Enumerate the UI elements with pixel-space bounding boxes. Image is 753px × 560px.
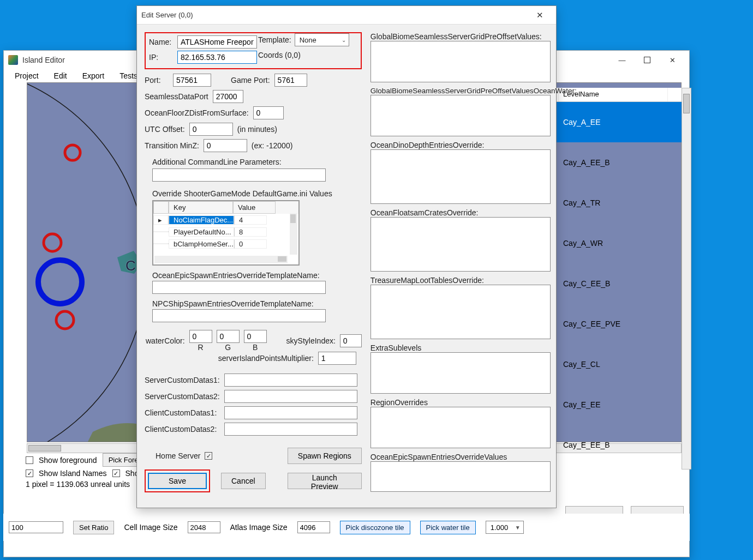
oceanepicvalues-label: OceanEpicSpawnEntriesOverrideValues (370, 453, 577, 461)
pick-discozone-button[interactable]: Pick discozone tile (340, 521, 410, 534)
extrasublevels-label: ExtraSublevels (370, 344, 577, 352)
show-other-checkbox[interactable]: ✓ (112, 469, 120, 477)
oceandino-label: OceanDinoDepthEntriesOverride: (370, 141, 577, 149)
atlas-image-size-input[interactable] (297, 521, 330, 533)
ccd2-input[interactable] (224, 423, 357, 436)
treasuremap-label: TreasureMapLootTablesOverride: (370, 276, 577, 285)
regionoverrides-label: RegionOverrides (370, 398, 577, 407)
port-input[interactable] (173, 74, 211, 87)
dialog-left-column: Name: IP: Template: None⌄ Coords (0,0) P… (145, 32, 362, 501)
menu-export[interactable]: Export (82, 71, 104, 80)
oceanfloor-input[interactable] (253, 106, 284, 119)
svg-point-3 (56, 311, 74, 329)
cell-image-size-label: Cell Image Size (124, 523, 177, 532)
spawn-regions-button[interactable]: Spawn Regions (288, 448, 362, 464)
one-dropdown[interactable]: 1.000▼ (486, 521, 524, 534)
watercolor-r[interactable] (189, 330, 212, 343)
oceanfloatsam-textarea[interactable] (370, 217, 551, 272)
scd2-label: ServerCustomDatas2: (145, 392, 220, 401)
globalbiome-ocean-textarea[interactable] (370, 95, 551, 136)
trans-hint: (ex: -12000) (252, 141, 292, 150)
utc-input[interactable] (189, 123, 233, 136)
ratio-input[interactable] (9, 521, 63, 533)
app-icon (8, 55, 18, 65)
oceanfloor-label: OceanFloorZDistFromSurface: (145, 109, 249, 117)
oceanepicvalues-textarea[interactable] (370, 461, 551, 492)
launch-preview-button[interactable]: Launch Preview (288, 473, 362, 489)
watercolor-b[interactable] (244, 330, 267, 343)
kv-vscroll[interactable] (290, 213, 297, 255)
svg-point-0 (38, 260, 82, 304)
table-vertical-scrollbar[interactable] (682, 88, 691, 469)
sky-input[interactable] (340, 334, 362, 347)
override-table[interactable]: Key Value ▸NoClaimFlagDec...4PlayerDefau… (152, 200, 300, 266)
b-label: B (253, 343, 258, 352)
kv-row[interactable]: bClampHomeSer...0 (153, 238, 298, 250)
pick-water-button[interactable]: Pick water tile (420, 521, 476, 534)
home-server-label: Home Server (156, 451, 200, 460)
menu-project[interactable]: Project (15, 71, 39, 80)
trans-input[interactable] (204, 139, 247, 152)
home-server-checkbox[interactable]: ✓ (205, 452, 212, 460)
override-label: Override ShooterGameMode DefaultGame.ini… (152, 189, 362, 198)
oceanfloatsam-label: OceanFloatsamCratesOverride: (370, 208, 577, 217)
scd1-input[interactable] (224, 374, 357, 387)
dialog-right-column: GlobalBiomeSeamlessServerGridPreOffsetVa… (370, 32, 577, 501)
cmdline-label: Additional CommandLine Parameters: (152, 158, 362, 166)
ccd1-label: ClientCustomDatas1: (145, 408, 220, 417)
extrasublevels-textarea[interactable] (370, 352, 551, 394)
gameport-label: Game Port: (231, 76, 270, 85)
utc-label: UTC Offset: (145, 125, 185, 134)
watercolor-label: waterColor: (146, 336, 185, 345)
ocean-epic-label: OceanEpicSpawnEntriesOverrideTemplateNam… (152, 271, 362, 280)
close-button[interactable]: ✕ (660, 52, 685, 68)
kv-hscroll[interactable] (154, 256, 288, 263)
seamless-label: SeamlessDataPort (145, 92, 208, 101)
ocean-epic-input[interactable] (152, 281, 326, 294)
editor-title: Island Editor (22, 56, 65, 64)
coords-label: Coords (0,0) (258, 51, 301, 59)
seamless-input[interactable] (213, 90, 243, 103)
kv-row[interactable]: PlayerDefaultNo...8 (153, 226, 298, 238)
menu-edit[interactable]: Edit (54, 71, 67, 80)
globalbiome-label: GlobalBiomeSeamlessServerGridPreOffsetVa… (370, 32, 577, 41)
save-button[interactable]: Save (148, 473, 207, 489)
npc-ship-input[interactable] (152, 309, 326, 322)
ip-label: IP: (149, 53, 173, 62)
menu-tests[interactable]: Tests (119, 71, 138, 80)
highlight-save: Save (145, 469, 210, 492)
set-ratio-button[interactable]: Set Ratio (73, 521, 114, 534)
name-label: Name: (149, 38, 173, 46)
map-region-label: C (125, 257, 136, 274)
gameport-input[interactable] (274, 74, 307, 87)
cancel-button[interactable]: Cancel (221, 473, 266, 489)
dialog-close-button[interactable]: ✕ (528, 10, 552, 20)
name-input[interactable] (177, 35, 257, 49)
show-foreground-checkbox[interactable] (26, 456, 33, 464)
npc-ship-label: NPCShipSpawnEntriesOverrideTemplateName: (152, 299, 362, 308)
dialog-titlebar: Edit Server (0,0) ✕ (137, 6, 556, 25)
watercolor-g[interactable] (217, 330, 240, 343)
show-island-names-checkbox[interactable]: ✓ (26, 469, 33, 477)
cmdline-input[interactable] (152, 168, 326, 182)
atlas-image-size-label: Atlas Image Size (230, 523, 288, 532)
treasuremap-textarea[interactable] (370, 285, 551, 339)
regionoverrides-textarea[interactable] (370, 407, 551, 448)
ip-input[interactable] (177, 51, 257, 64)
scd2-input[interactable] (224, 390, 357, 403)
kv-row[interactable]: ▸NoClaimFlagDec...4 (153, 214, 298, 226)
island-mult-label: serverIslandPointsMultiplier: (218, 354, 314, 363)
ccd1-input[interactable] (224, 406, 357, 419)
cell-image-size-input[interactable] (188, 521, 220, 533)
pixel-note: 1 pixel = 1139.063 unreal units (26, 480, 130, 489)
minimize-button[interactable]: — (609, 52, 635, 68)
maximize-button[interactable] (635, 52, 660, 68)
dialog-title: Edit Server (0,0) (141, 11, 193, 19)
svg-point-1 (65, 145, 80, 160)
globalbiome-textarea[interactable] (370, 41, 551, 82)
island-mult-input[interactable] (318, 352, 356, 365)
bottom-toolbar: Set Ratio Cell Image Size Atlas Image Si… (3, 514, 690, 541)
template-select[interactable]: None⌄ (295, 33, 349, 46)
oceandino-textarea[interactable] (370, 149, 551, 204)
ccd2-label: ClientCustomDatas2: (145, 425, 220, 433)
